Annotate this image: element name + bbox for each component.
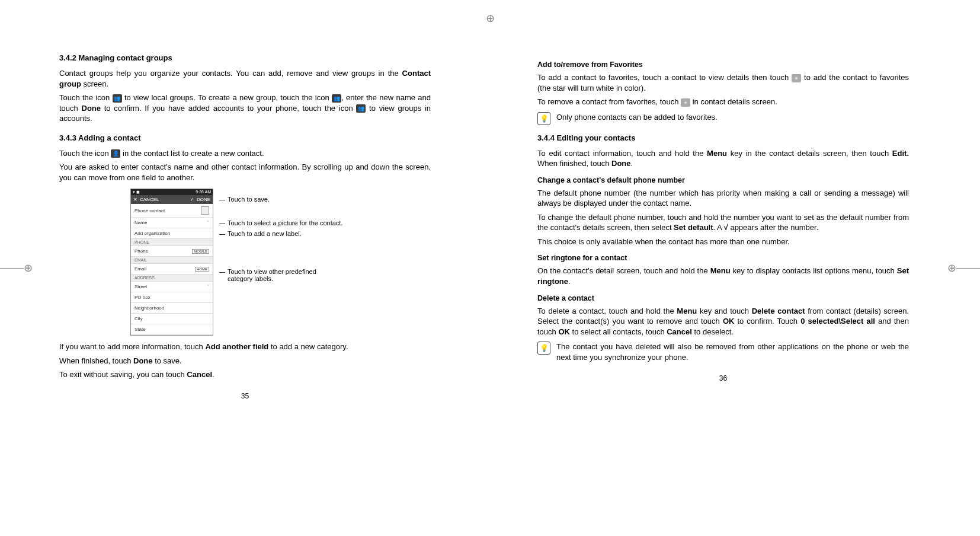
page-number: 36	[537, 374, 909, 382]
phone-state-row: State	[131, 324, 213, 335]
heading-3-4-3: 3.4.3 Adding a contact	[59, 133, 431, 142]
phone-section-email: EMAIL	[131, 257, 213, 264]
phone-section-phone: PHONE	[131, 239, 213, 246]
callout-save: Touch to save.	[219, 196, 342, 203]
phone-street-row: Street˅	[131, 282, 213, 292]
phone-account-row: Phone contact	[131, 204, 213, 218]
paragraph: To remove a contact from favorites, touc…	[537, 97, 909, 107]
paragraph: If you want to add more information, tou…	[59, 342, 431, 352]
note-delete: 💡 The contact you have deleted will also…	[537, 342, 909, 362]
phone-section-address: ADDRESS	[131, 275, 213, 282]
phone-phone-row: PhoneMOBILE	[131, 246, 213, 257]
tip-icon: 💡	[537, 112, 550, 125]
tip-icon: 💡	[537, 342, 550, 355]
paragraph: To delete a contact, touch and hold the …	[537, 306, 909, 337]
paragraph: Touch the icon 👤+ in the contact list to…	[59, 148, 431, 159]
phone-pobox-row: PO box	[131, 292, 213, 303]
add-contact-icon: 👤+	[111, 149, 120, 158]
note-favorites: 💡 Only phone contacts can be added to fa…	[537, 112, 909, 125]
chevron-down-icon: ˅	[207, 220, 209, 225]
add-group-icon: 👥+	[332, 94, 341, 103]
paragraph: To edit contact information, touch and h…	[537, 148, 909, 169]
paragraph: This choice is only available when the c…	[537, 237, 909, 247]
heading-3-4-4: 3.4.4 Editing your contacts	[537, 133, 909, 142]
heading-3-4-2: 3.4.2 Managing contact groups	[59, 53, 431, 62]
paragraph: To change the default phone number, touc…	[537, 212, 909, 233]
page-number: 35	[59, 392, 431, 400]
phone-city-row: City	[131, 314, 213, 324]
phone-email-row: EmailHOME	[131, 264, 213, 275]
phone-addorg-row: Add organization	[131, 228, 213, 239]
heading-ringtone: Set ringtone for a contact	[537, 254, 909, 262]
paragraph: When finished, touch Done to save.	[59, 356, 431, 366]
phone-mock: ▾ ◼9:26 AM ✕CANCEL ✓DONE Phone contact N…	[130, 189, 213, 336]
heading-delete: Delete a contact	[537, 294, 909, 302]
phone-name-row: Name˅	[131, 218, 213, 228]
heading-favorites: Add to/remove from Favorites	[537, 60, 909, 69]
star-outline-icon: ★	[792, 74, 801, 82]
paragraph: Contact groups help you organize your co…	[59, 68, 431, 89]
page-36: Add to/remove from Favorites To add a co…	[490, 0, 980, 536]
phone-neigh-row: Neighborhood	[131, 303, 213, 314]
phone-statusbar: ▾ ◼9:26 AM	[131, 189, 213, 195]
callout-label: Touch to add a new label.	[219, 230, 342, 237]
paragraph: Touch the icon 👥 to view local groups. T…	[59, 92, 431, 124]
phone-screenshot-block: ▾ ◼9:26 AM ✕CANCEL ✓DONE Phone contact N…	[130, 189, 431, 336]
callout-picture: Touch to select a picture for the contac…	[219, 219, 342, 226]
paragraph: The default phone number (the number whi…	[537, 188, 909, 209]
paragraph: On the contact's detail screen, touch an…	[537, 266, 909, 286]
callouts: Touch to save. Touch to select a picture…	[219, 189, 342, 336]
contact-photo-thumb	[201, 206, 209, 215]
groups-icon: 👥	[113, 94, 122, 103]
heading-default-number: Change a contact's default phone number	[537, 176, 909, 184]
paragraph: You are asked to enter contact's name an…	[59, 162, 431, 183]
paragraph: To exit without saving, you can touch Ca…	[59, 369, 431, 380]
paragraph: To add a contact to favorites, touch a c…	[537, 72, 909, 93]
account-groups-icon: 👥	[356, 104, 366, 113]
star-filled-icon: ★	[681, 98, 690, 107]
callout-category: Touch to view other predefinedcategory l…	[219, 268, 342, 282]
phone-header: ✕CANCEL ✓DONE	[131, 195, 213, 204]
page-35: 3.4.2 Managing contact groups Contact gr…	[0, 0, 490, 536]
